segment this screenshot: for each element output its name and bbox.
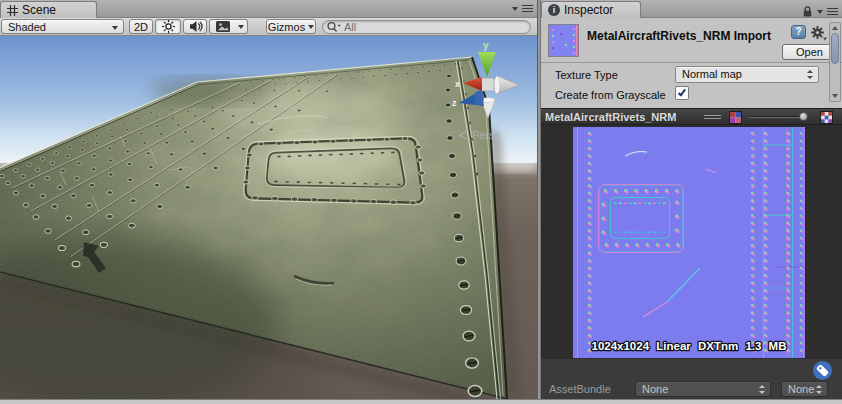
scene-tabbar: Scene	[0, 0, 537, 18]
scene-tab-label: Scene	[22, 3, 56, 17]
import-settings-header: MetalAircraftRivets_NRM Import	[541, 18, 842, 63]
inspector-tabbar: Inspector	[541, 0, 842, 18]
chevron-down-icon	[112, 26, 118, 30]
panel-menu-icon[interactable]	[522, 5, 533, 12]
asset-thumbnail	[548, 24, 579, 57]
drag-handle-icon[interactable]	[704, 115, 721, 119]
normal-map-preview: 1024x1024 Linear DXTnm 1.3 MB	[573, 127, 805, 358]
asset-bundle-value: None	[642, 383, 668, 395]
asset-title: MetalAircraftRivets_NRM Import	[587, 29, 785, 43]
scene-audio-button[interactable]	[183, 19, 207, 34]
scene-effects-dropdown[interactable]	[235, 19, 248, 34]
asset-bundle-variant-value: None	[788, 383, 814, 395]
gizmo-x-label: x	[455, 79, 460, 89]
speaker-icon	[188, 19, 203, 34]
popup-arrows-icon	[759, 385, 766, 394]
scene-lighting-button[interactable]	[155, 19, 181, 34]
window-bottom-edge	[0, 399, 842, 404]
chevron-down-icon	[238, 25, 244, 29]
inspector-tab-label: Inspector	[564, 3, 613, 17]
asset-bundle-section: AssetBundle None None	[541, 359, 842, 399]
scene-effects-button[interactable]	[209, 19, 236, 34]
tab-inspector[interactable]: Inspector	[541, 1, 641, 18]
texture-preview-area: 1024x1024 Linear DXTnm 1.3 MB	[541, 125, 842, 359]
popup-arrows-icon	[816, 385, 823, 394]
scroll-up-icon[interactable]	[832, 26, 838, 30]
texture-type-dropdown[interactable]: Normal map	[675, 66, 819, 83]
alpha-checker-icon[interactable]	[820, 111, 833, 124]
panel-dropdown-icon[interactable]	[512, 7, 518, 11]
scroll-down-icon[interactable]	[832, 94, 838, 98]
search-icon	[326, 20, 342, 34]
preview-title: MetalAircraftRivets_NRM	[545, 111, 701, 123]
grayscale-checkbox[interactable]	[675, 86, 689, 100]
shading-mode-dropdown[interactable]: Shaded	[1, 19, 124, 34]
chevron-down-icon	[308, 25, 314, 29]
settings-gear-button[interactable]	[810, 25, 825, 40]
shading-mode-label: Shaded	[8, 21, 46, 33]
inspector-panel: Inspector	[541, 0, 842, 404]
grid-icon	[7, 5, 18, 16]
toggle-2d-button[interactable]: 2D	[129, 19, 153, 34]
scene-toolbar: Shaded 2D	[0, 18, 537, 36]
gizmos-dropdown[interactable]: Gizmos	[266, 19, 316, 34]
grayscale-label: Create from Grayscale	[555, 89, 675, 101]
checkmark-icon	[678, 88, 686, 97]
popup-arrows-icon	[807, 70, 814, 79]
tab-scene[interactable]: Scene	[0, 1, 97, 18]
chevron-down-icon	[823, 38, 827, 41]
scene-panel: Scene Shaded 2D	[0, 0, 537, 404]
scrollbar-thumb[interactable]	[831, 33, 839, 64]
inspector-scrollbar[interactable]	[829, 22, 841, 102]
search-input[interactable]: All	[322, 20, 531, 34]
access-panel	[243, 136, 427, 205]
help-button[interactable]	[791, 25, 806, 39]
image-icon	[216, 21, 230, 32]
rgb-channels-icon[interactable]	[729, 111, 742, 124]
asset-bundle-variant-dropdown[interactable]: None	[781, 381, 828, 397]
asset-bundle-dropdown[interactable]: None	[635, 381, 771, 397]
panel-menu-icon[interactable]	[827, 8, 838, 15]
tag-icon	[813, 361, 832, 380]
info-icon	[548, 4, 560, 16]
sun-icon	[161, 19, 176, 34]
mip-slider[interactable]	[749, 116, 807, 118]
gizmos-label: Gizmos	[268, 21, 305, 33]
unity-editor-window: Scene Shaded 2D	[0, 0, 842, 404]
toggle-2d-label: 2D	[134, 21, 148, 33]
lock-icon[interactable]	[802, 5, 813, 18]
preview-header[interactable]: MetalAircraftRivets_NRM	[541, 108, 842, 125]
scene-viewport[interactable]: y x z Persp	[0, 36, 537, 399]
asset-labels-button[interactable]	[813, 361, 832, 380]
asset-bundle-label: AssetBundle	[549, 383, 611, 395]
scene-render: y x z Persp	[0, 36, 537, 399]
projection-label: Persp	[472, 129, 501, 141]
search-value: All	[344, 21, 356, 33]
gizmo-z-label: z	[452, 98, 457, 108]
slider-knob[interactable]	[799, 112, 808, 121]
texture-type-label: Texture Type	[555, 69, 618, 81]
panel-dropdown-icon[interactable]	[817, 10, 823, 14]
texture-type-value: Normal map	[682, 68, 742, 80]
gizmo-y-label: y	[483, 40, 489, 51]
preview-info-caption: 1024x1024 Linear DXTnm 1.3 MB	[592, 340, 787, 352]
